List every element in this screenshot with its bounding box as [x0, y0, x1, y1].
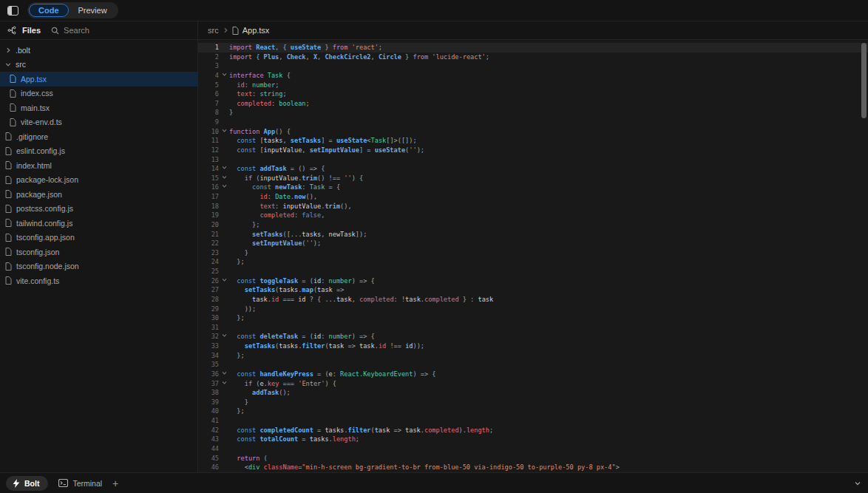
code-line[interactable]: 19 completed: false, [198, 211, 868, 220]
code-line[interactable]: 7 completed: boolean; [198, 99, 868, 109]
code-line[interactable]: 35 [198, 360, 868, 370]
tree-file-package.json[interactable]: package.json [0, 187, 197, 202]
code-line[interactable]: 22 setInputValue(''); [198, 239, 868, 248]
code-line[interactable]: 42 const completedCount = tasks.filter(t… [198, 426, 868, 435]
line-number: 33 [198, 341, 219, 351]
code-line[interactable]: 8} [198, 108, 868, 118]
code-line[interactable]: 4interface Task { [198, 71, 868, 81]
code-line[interactable]: 1import React, { useState } from 'react'… [198, 43, 868, 52]
tree-file-postcss.config.js[interactable]: postcss.config.js [0, 202, 197, 217]
code-line[interactable]: 43 const totalCount = tasks.length; [198, 435, 868, 444]
code-line[interactable]: 30 }; [198, 313, 868, 323]
line-number: 46 [198, 463, 219, 472]
code-line[interactable]: 38 addTask(); [198, 388, 868, 398]
code-line[interactable]: 27 setTasks(tasks.map(task => [198, 285, 868, 295]
add-terminal-button[interactable]: + [112, 478, 118, 489]
tree-file-tsconfig.node.json[interactable]: tsconfig.node.json [0, 259, 197, 274]
code-line[interactable]: 3 [198, 61, 868, 71]
code-line[interactable]: 11 const [tasks, setTasks] = useState<Ta… [198, 136, 868, 146]
fold-gutter-spacer [219, 202, 229, 211]
fold-chevron-icon[interactable] [219, 164, 229, 174]
editor-scrollbar[interactable] [861, 43, 867, 118]
fold-chevron-icon[interactable] [219, 276, 229, 286]
fold-chevron-icon[interactable] [219, 71, 229, 81]
tab-code[interactable]: Code [29, 4, 69, 17]
tree-file-main.tsx[interactable]: main.tsx [0, 101, 197, 115]
code-text: const [inputValue, setInputValue] = useS… [229, 146, 868, 155]
fold-chevron-icon[interactable] [219, 370, 229, 379]
fold-chevron-icon[interactable] [219, 127, 229, 137]
tree-file-tsconfig.app.json[interactable]: tsconfig.app.json [0, 231, 197, 245]
search-input[interactable]: Search [51, 26, 89, 35]
code-line[interactable]: 41 [198, 416, 868, 426]
tree-file-package-lock.json[interactable]: package-lock.json [0, 173, 197, 188]
code-line[interactable]: 9 [198, 118, 868, 127]
fold-chevron-icon[interactable] [219, 379, 229, 389]
chevron-right-icon [5, 47, 11, 53]
code-line[interactable]: 21 setTasks([...tasks, newTask]); [198, 230, 868, 239]
fold-chevron-icon[interactable] [219, 183, 229, 192]
tree-file-App.tsx[interactable]: App.tsx [0, 72, 197, 86]
code-line[interactable]: 34 }; [198, 351, 868, 361]
tree-file-tsconfig.json[interactable]: tsconfig.json [0, 245, 197, 259]
tree-folder-src[interactable]: src [0, 58, 197, 72]
code-line[interactable]: 20 }; [198, 220, 868, 230]
code-line[interactable]: 44 [198, 444, 868, 454]
code-line[interactable]: 12 const [inputValue, setInputValue] = u… [198, 146, 868, 155]
toggle-sidebar-button[interactable] [7, 6, 18, 16]
code-line[interactable]: 45 return ( [198, 454, 868, 463]
code-text: setTasks([...tasks, newTask]); [229, 230, 868, 239]
code-line[interactable]: 24 }; [198, 257, 868, 267]
tree-file-vite.config.ts[interactable]: vite.config.ts [0, 273, 197, 288]
file-icon [5, 276, 12, 285]
code-line[interactable]: 2import { Plus, Check, X, CheckCircle2, … [198, 52, 868, 62]
code-line[interactable]: 5 id: number; [198, 81, 868, 90]
code-line[interactable]: 25 [198, 267, 868, 276]
tree-file-index.html[interactable]: index.html [0, 158, 197, 173]
code-line[interactable]: 37 if (e.key === 'Enter') { [198, 379, 868, 389]
file-tree: .boltsrcApp.tsxindex.cssmain.tsxvite-env… [0, 40, 198, 472]
bolt-terminal-tab[interactable]: Bolt [6, 476, 48, 491]
tree-folder-.bolt[interactable]: .bolt [0, 43, 197, 58]
tree-file-eslint.config.js[interactable]: eslint.config.js [0, 144, 197, 159]
breadcrumb[interactable]: src App.tsx [198, 21, 269, 39]
tree-file-index.css[interactable]: index.css [0, 86, 197, 101]
code-line[interactable]: 14 const addTask = () => { [198, 164, 868, 174]
code-line[interactable]: 33 setTasks(tasks.filter(task => task.id… [198, 341, 868, 351]
code-line[interactable]: 13 [198, 155, 868, 165]
tree-file-tailwind.config.js[interactable]: tailwind.config.js [0, 216, 197, 231]
line-number: 30 [198, 313, 219, 323]
code-text: const completedCount = tasks.filter(task… [229, 426, 868, 435]
terminal-tab[interactable]: Terminal [58, 479, 102, 488]
code-line[interactable]: 10function App() { [198, 127, 868, 137]
code-line[interactable]: 15 if (inputValue.trim() !== '') { [198, 174, 868, 183]
fold-chevron-icon[interactable] [219, 174, 229, 183]
code-text: text: string; [229, 89, 868, 99]
code-line[interactable]: 36 const handleKeyPress = (e: React.Keyb… [198, 370, 868, 379]
code-line[interactable]: 39 } [198, 398, 868, 407]
fold-gutter-spacer [219, 155, 229, 165]
code-line[interactable]: 16 const newTask: Task = { [198, 183, 868, 192]
code-line[interactable]: 32 const deleteTask = (id: number) => { [198, 332, 868, 341]
tree-file-.gitignore[interactable]: .gitignore [0, 129, 197, 144]
code-line[interactable]: 18 text: inputValue.trim(), [198, 202, 868, 211]
fold-chevron-icon[interactable] [219, 332, 229, 341]
view-toggle: Code Preview [27, 2, 118, 18]
breadcrumb-folder[interactable]: src [208, 26, 219, 35]
tree-file-vite-env.d.ts[interactable]: vite-env.d.ts [0, 115, 197, 130]
code-line[interactable]: 31 [198, 323, 868, 333]
code-line[interactable]: 6 text: string; [198, 89, 868, 99]
code-line[interactable]: 40 }; [198, 407, 868, 416]
code-line[interactable]: 17 id: Date.now(), [198, 192, 868, 202]
code-editor[interactable]: 1import React, { useState } from 'react'… [198, 40, 868, 472]
breadcrumb-file[interactable]: App.tsx [243, 26, 270, 35]
line-number: 10 [198, 127, 219, 137]
code-line[interactable]: 28 task.id === id ? { ...task, completed… [198, 295, 868, 305]
code-text: if (e.key === 'Enter') { [229, 379, 868, 389]
code-line[interactable]: 29 )); [198, 305, 868, 314]
collapse-panel-button[interactable] [853, 479, 862, 488]
tab-preview[interactable]: Preview [69, 4, 117, 17]
code-line[interactable]: 46 <div className="min-h-screen bg-gradi… [198, 463, 868, 472]
code-line[interactable]: 26 const toggleTask = (id: number) => { [198, 276, 868, 286]
code-line[interactable]: 23 } [198, 248, 868, 258]
